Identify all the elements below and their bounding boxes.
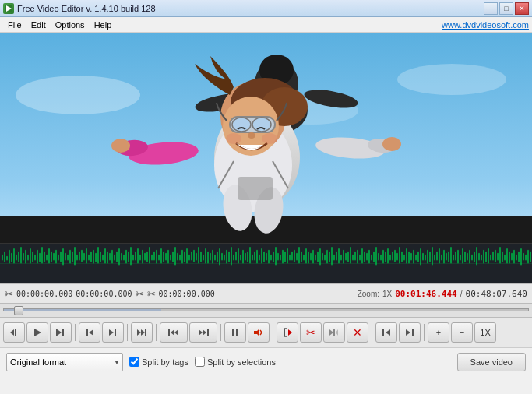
cut-icon-left[interactable]: ✂	[5, 288, 13, 300]
svg-rect-96	[139, 255, 141, 261]
cut-icon-mid[interactable]: ✂	[136, 288, 144, 300]
svg-rect-260	[523, 253, 524, 261]
save-video-button[interactable]: Save video	[457, 353, 526, 371]
svg-point-4	[16, 76, 140, 114]
seek-bar[interactable]	[0, 304, 532, 318]
play-button[interactable]	[26, 322, 48, 343]
svg-rect-116	[186, 248, 188, 264]
svg-rect-208	[401, 252, 403, 262]
minimize-button[interactable]: —	[484, 2, 498, 15]
svg-rect-226	[443, 250, 445, 264]
fast-forward-button[interactable]	[131, 322, 153, 343]
svg-rect-77	[95, 253, 97, 262]
svg-rect-45	[20, 247, 22, 264]
svg-rect-235	[464, 252, 466, 262]
svg-rect-283	[232, 329, 234, 336]
svg-rect-214	[415, 255, 417, 261]
menu-help[interactable]: Help	[90, 19, 117, 30]
volume-button[interactable]	[248, 322, 270, 343]
maximize-button[interactable]: □	[499, 2, 513, 15]
svg-rect-62	[60, 252, 62, 262]
menu-options[interactable]: Options	[51, 19, 90, 30]
insert-button[interactable]	[323, 322, 345, 343]
waveform-visualization	[0, 244, 532, 283]
svg-rect-49	[30, 248, 31, 264]
menu-edit[interactable]: Edit	[26, 19, 51, 30]
svg-marker-285	[254, 329, 259, 336]
svg-rect-113	[179, 255, 181, 261]
skip-end-button[interactable]	[189, 322, 217, 343]
svg-rect-225	[441, 255, 442, 261]
svg-rect-46	[23, 253, 24, 261]
pause-button[interactable]	[224, 322, 246, 343]
svg-marker-281	[203, 329, 206, 336]
cut-start-button[interactable]	[277, 322, 298, 343]
svg-rect-203	[389, 255, 391, 261]
website-link[interactable]: www.dvdvideosoft.com	[442, 20, 529, 30]
svg-rect-39	[6, 256, 8, 261]
svg-rect-246	[490, 255, 491, 261]
split-by-selections-checkbox[interactable]	[195, 357, 205, 367]
svg-rect-222	[434, 255, 435, 261]
svg-rect-194	[368, 250, 370, 264]
svg-rect-133	[226, 250, 227, 264]
delete-segment-button[interactable]: ✕	[347, 322, 368, 343]
next-cut-button[interactable]	[399, 322, 421, 343]
svg-rect-42	[13, 248, 15, 264]
zoom-out-button[interactable]: −	[451, 322, 473, 343]
svg-rect-71	[81, 250, 83, 262]
split-by-selections-text: Split by selections	[207, 357, 276, 367]
svg-rect-219	[427, 250, 428, 264]
svg-rect-155	[277, 253, 279, 261]
rewind-start-button[interactable]	[3, 322, 25, 343]
timecode-end: 00:00:00.000	[76, 290, 132, 298]
svg-rect-50	[32, 252, 33, 262]
svg-rect-253	[506, 248, 508, 264]
close-button[interactable]: ✕	[515, 2, 529, 15]
svg-marker-279	[174, 329, 178, 336]
svg-rect-148	[261, 248, 262, 264]
svg-rect-233	[460, 255, 461, 261]
svg-rect-227	[446, 253, 447, 261]
title-bar: Free Video Editor v. 1.4.10 build 128 — …	[0, 0, 532, 17]
seek-handle[interactable]	[14, 306, 23, 315]
svg-rect-95	[137, 248, 139, 264]
svg-rect-158	[284, 252, 286, 262]
svg-rect-112	[177, 253, 178, 261]
svg-marker-278	[171, 329, 174, 336]
format-select[interactable]: Original format AVI MP4 MOV MKV WMV	[6, 353, 123, 371]
svg-rect-256	[513, 250, 515, 264]
svg-marker-294	[386, 329, 390, 336]
next-frame-button[interactable]	[102, 322, 124, 343]
svg-rect-163	[296, 253, 298, 261]
svg-rect-198	[378, 253, 379, 261]
svg-rect-220	[429, 252, 431, 262]
svg-rect-143	[249, 247, 251, 264]
svg-marker-265	[10, 329, 14, 336]
zoom-1x-button[interactable]: 1X	[474, 322, 496, 343]
format-select-wrapper: Original format AVI MP4 MOV MKV WMV	[6, 353, 123, 371]
svg-point-5	[397, 64, 506, 95]
svg-rect-243	[483, 250, 484, 264]
svg-rect-60	[55, 250, 57, 264]
skip-start-button[interactable]	[160, 322, 188, 343]
svg-marker-273	[109, 329, 114, 336]
split-by-selections-label: Split by selections	[195, 357, 276, 367]
zoom-label: Zoom:	[358, 290, 379, 298]
svg-point-16	[111, 139, 130, 153]
menu-file[interactable]: File	[3, 19, 26, 30]
prev-frame-button[interactable]	[79, 322, 100, 343]
cut-icon-right[interactable]: ✂	[147, 288, 156, 300]
svg-rect-70	[79, 252, 80, 261]
svg-marker-282	[199, 329, 203, 336]
zoom-in-button[interactable]: +	[428, 322, 449, 343]
svg-marker-274	[137, 329, 141, 336]
split-by-tags-checkbox[interactable]	[129, 357, 139, 367]
play-to-end-button[interactable]	[50, 322, 72, 343]
svg-rect-186	[350, 247, 351, 264]
svg-rect-108	[167, 250, 169, 264]
svg-rect-261	[525, 255, 527, 261]
prev-cut-button[interactable]	[375, 322, 397, 343]
cut-button[interactable]: ✂	[300, 322, 322, 343]
svg-rect-124	[205, 248, 206, 264]
